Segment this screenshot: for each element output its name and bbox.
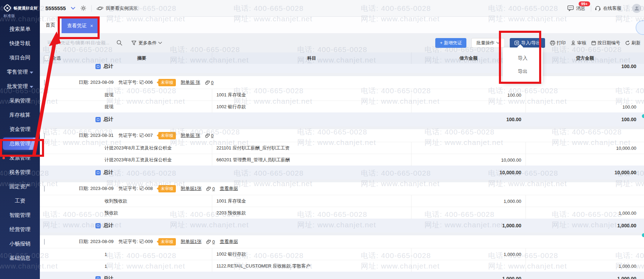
search-input[interactable] [47, 40, 114, 45]
total-label: 总计 [103, 276, 113, 279]
select-all[interactable]: 全选 [40, 55, 72, 61]
sidebar-item-总账管理[interactable]: 总账管理 [3, 138, 37, 150]
gear-icon[interactable] [80, 5, 86, 11]
sidebar: 畅捷通好业财 标准版 搜索菜单快捷导航项目合同零售管理批发管理采购管理库存核算资… [0, 0, 40, 279]
row-checkbox[interactable] [44, 80, 45, 86]
chevron-down-icon [30, 86, 33, 88]
sidebar-item-label: 税务管理 [9, 169, 30, 176]
topbar-divider [91, 5, 92, 12]
topbar-divider [627, 5, 627, 12]
sidebar-item-label: 采购管理 [9, 97, 30, 104]
sidebar-item-智能管理[interactable]: 智能管理 [0, 208, 40, 222]
entry-account: 1002 银行存款 [212, 248, 411, 260]
entry-debit: 1,000.00 [411, 248, 525, 260]
entry-debit: 100.00 [411, 89, 525, 101]
sidebar-item-项目合同[interactable]: 项目合同 [0, 51, 40, 65]
messages-button[interactable]: 消息 99+ [567, 5, 585, 12]
sidebar-item-label: 发票管理 [9, 155, 30, 161]
sidebar-item-搜索菜单[interactable]: 搜索菜单 [0, 22, 40, 36]
stamp-icon [571, 41, 576, 45]
voucher-group: 日期: 2023-08-09凭证字号: 记-009未审核附单据1张0查看单据11… [40, 235, 644, 279]
total-debit: 1,000.00 [411, 223, 525, 228]
chevron-down-icon[interactable] [158, 42, 162, 44]
entry-debit [411, 101, 525, 113]
add-voucher-button[interactable]: + 新增凭证 [435, 38, 466, 48]
entry-account: 221101 应付职工薪酬_应付职工工资 [212, 142, 411, 154]
search-icon[interactable] [116, 40, 122, 46]
select-all-label: 全选 [52, 55, 61, 61]
sidebar-item-批发管理[interactable]: 批发管理 [0, 79, 40, 94]
sidebar-item-基础信息[interactable]: 基础信息 [0, 251, 40, 265]
sidebar-item-采购管理[interactable]: 采购管理 [0, 94, 40, 108]
refresh-label: 刷新 [631, 40, 641, 46]
import-export-label: 导入/导出 [521, 40, 541, 46]
attachment-link[interactable]: 附单据1张 [181, 185, 201, 192]
batch-actions-button[interactable]: 批量操作 [471, 38, 505, 48]
sidebar-item-小畅报销[interactable]: 小畅报销 [0, 237, 40, 251]
total-debit: 1,000.00 [411, 276, 525, 279]
voucher-total-row: 总计10,000.0010,000.00 [40, 166, 644, 179]
number-by-date-label: 按日期编号 [598, 40, 620, 46]
number-by-date-button[interactable]: 按日期编号 [591, 40, 620, 46]
topbar-right: 消息 99+ 在线客服 [567, 4, 644, 13]
voucher-entry-row: 11002 银行存款1,000.00 [40, 248, 644, 260]
audit-button[interactable]: 审核 [571, 40, 586, 46]
refresh-button[interactable]: 刷新 [625, 40, 641, 46]
entry-summary: 预收款 [72, 207, 212, 219]
sidebar-item-资金管理[interactable]: 资金管理 [0, 122, 40, 137]
voucher-entry-row: 11122.RETAIL_CUSTOMER 应收账款.零散客户1,000.00 [40, 260, 644, 272]
attachment-link[interactable]: 附单据 张 [181, 79, 200, 86]
total-icon [95, 170, 101, 175]
attachment-link[interactable]: 附单据 张 [181, 132, 200, 139]
user-avatar[interactable] [632, 4, 641, 13]
partial-total-row: 总计 100.00 [40, 64, 644, 73]
menu-item-export[interactable]: 导出 [503, 65, 543, 78]
demo-planet-icon[interactable] [96, 6, 103, 11]
entry-account: 1002 银行存款 [212, 101, 411, 113]
total-debit: 100.00 [411, 117, 525, 122]
sidebar-item-固定资产[interactable]: 固定资产 [0, 179, 40, 194]
tab-home[interactable]: 首页 [40, 17, 62, 33]
more-filters-label[interactable]: 更多条件 [138, 40, 157, 46]
view-document-link[interactable]: 查看单据 [220, 238, 238, 245]
sidebar-item-经营管理[interactable]: 经营管理 [0, 222, 40, 237]
import-export-dropdown: 导入 导出 [503, 47, 543, 82]
menu-item-import[interactable]: 导入 [503, 52, 543, 65]
voucher-groups: 日期: 2023-08-09凭证字号: 记-006未审核附单据 张0提现1001… [40, 76, 644, 279]
sidebar-item-工资[interactable]: 工资 [0, 194, 40, 208]
attachment-clip: 0 [205, 133, 214, 138]
entry-credit: 100.00 [525, 101, 644, 113]
chevron-down-icon[interactable] [71, 7, 76, 10]
view-document-link[interactable]: 查看单据 [220, 185, 238, 192]
entry-account: 660201 管理费用_管理人员职工薪酬 [212, 154, 411, 166]
import-export-button[interactable]: 导入/导出 [510, 38, 545, 48]
attachment-link[interactable]: 附单据1张 [181, 238, 201, 245]
print-button[interactable]: 打印 [550, 40, 566, 46]
support-label[interactable]: 在线客服 [603, 5, 621, 12]
sidebar-item-快捷导航[interactable]: 快捷导航 [0, 36, 40, 51]
filter-funnel-icon[interactable] [131, 41, 136, 45]
sidebar-item-发票管理[interactable]: 发票管理 [0, 151, 40, 165]
row-checkbox[interactable] [44, 133, 45, 139]
row-checkbox[interactable] [44, 186, 45, 192]
entry-credit: 1,000.00 [525, 207, 644, 219]
account-number: 5555555 [45, 5, 66, 11]
paperclip-icon [205, 133, 210, 138]
select-all-checkbox[interactable] [44, 56, 49, 61]
attachment-count[interactable]: 0 [211, 80, 214, 85]
demo-link[interactable]: 我要看实例演示 [106, 5, 137, 12]
voucher-number: 凭证字号: 记-008 [119, 185, 153, 192]
row-checkbox[interactable] [44, 239, 45, 245]
attachment-count[interactable]: 0 [211, 133, 214, 138]
entry-credit [525, 154, 644, 166]
attachment-count[interactable]: 0 [212, 186, 215, 191]
tab-close-icon[interactable]: × [90, 23, 93, 29]
tab-view-voucher[interactable]: 查看凭证 × [62, 19, 99, 33]
sidebar-item-库存核算[interactable]: 库存核算 [0, 108, 40, 122]
voucher-group: 日期: 2023-08-09凭证字号: 记-006未审核附单据 张0提现1001… [40, 76, 644, 126]
headset-icon[interactable] [595, 5, 601, 11]
attachment-count[interactable]: 0 [212, 239, 215, 244]
app-logo: 畅捷通好业财 [0, 0, 40, 13]
sidebar-item-税务管理[interactable]: 税务管理 [0, 165, 40, 179]
sidebar-item-零售管理[interactable]: 零售管理 [0, 65, 40, 79]
